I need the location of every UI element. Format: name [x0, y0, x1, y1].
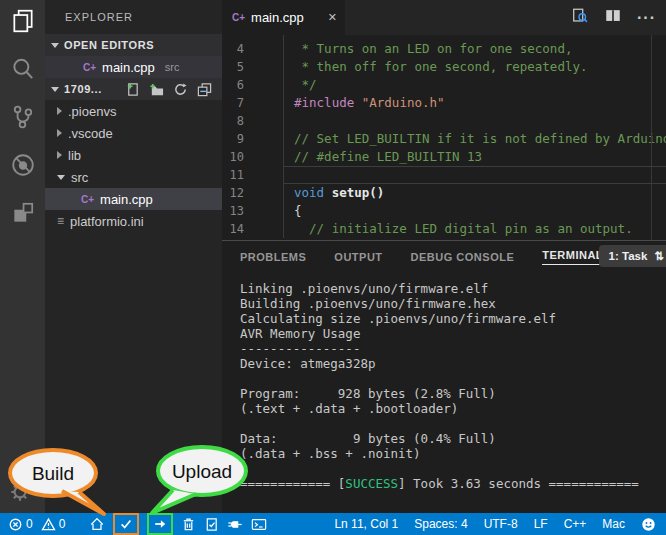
line-number[interactable]: 10: [222, 148, 244, 166]
terminal-line: [240, 416, 666, 431]
code-text: // #define LED_BUILTIN 13: [283, 148, 666, 166]
panel-tab-terminal[interactable]: TERMINAL: [542, 249, 603, 265]
search-icon[interactable]: [10, 56, 36, 82]
terminal-output[interactable]: Linking .pioenvs/uno/firmware.elfBuildin…: [222, 273, 666, 491]
source-control-icon[interactable]: [10, 104, 36, 130]
tree-item-src[interactable]: src: [45, 166, 222, 188]
code-line[interactable]: 9// Set LED_BUILTIN if it is not defined…: [222, 130, 666, 148]
code-line[interactable]: 12void setup(): [222, 184, 666, 202]
tree-item-vscode[interactable]: .vscode: [45, 122, 222, 144]
panel-tab-output[interactable]: OUTPUT: [334, 251, 382, 263]
code-text: // Set LED_BUILTIN if it is not defined …: [283, 130, 666, 148]
line-number[interactable]: 5: [222, 58, 244, 76]
panel-tabs: PROBLEMSOUTPUTDEBUG CONSOLETERMINAL: [240, 249, 603, 265]
terminal-line: Calculating size .pioenvs/uno/firmware.e…: [240, 311, 666, 326]
line-number[interactable]: 11: [222, 166, 244, 184]
code-line[interactable]: 7#include "Arduino.h": [222, 94, 666, 112]
extensions-icon[interactable]: [10, 200, 36, 226]
split-editor-icon[interactable]: [604, 7, 622, 29]
code-line[interactable]: 13{: [222, 202, 666, 220]
code-text: [283, 112, 666, 130]
chevron-expanded-icon: [51, 43, 59, 48]
status-right-items: Ln 11, Col 1Spaces: 4UTF-8LFC++Mac: [334, 517, 625, 531]
task-dropdown[interactable]: 1: Task ⇅: [599, 245, 666, 267]
folder-section-header[interactable]: 1709...: [45, 78, 222, 100]
more-actions-icon[interactable]: ···: [637, 13, 656, 23]
line-number[interactable]: 9: [222, 130, 244, 148]
line-number[interactable]: 13: [222, 202, 244, 220]
status-item-mac[interactable]: Mac: [602, 517, 625, 531]
code-text: #include "Arduino.h": [283, 94, 666, 112]
code-line[interactable]: 6 */: [222, 76, 666, 94]
line-number[interactable]: 14: [222, 220, 244, 238]
line-number[interactable]: 7: [222, 94, 244, 112]
chevron-collapsed-icon: [57, 107, 62, 115]
code-text: void setup(): [283, 184, 666, 202]
code-line[interactable]: 8: [222, 112, 666, 130]
line-number[interactable]: 6: [222, 76, 244, 94]
open-editor-item-main-cpp[interactable]: C+ main.cpp src: [45, 56, 222, 78]
cpp-file-icon: C+: [232, 12, 245, 23]
code-line[interactable]: 10// #define LED_BUILTIN 13: [222, 148, 666, 166]
open-editor-detail: src: [165, 61, 180, 73]
status-item-spaces-4[interactable]: Spaces: 4: [414, 517, 467, 531]
line-number[interactable]: 12: [222, 184, 244, 202]
feedback-smiley-icon[interactable]: [641, 517, 656, 532]
editor-group: C+ main.cpp ✕ ··· 3 *4 * Turns on an LED…: [222, 0, 666, 513]
cpp-file-icon: C+: [81, 194, 94, 205]
terminal-line: ============ [SUCCESS] Took 3.63 seconds…: [240, 476, 666, 491]
code-line[interactable]: 14 // initialize LED digital pin as an o…: [222, 220, 666, 238]
line-number[interactable]: 8: [222, 112, 244, 130]
tab-close-icon[interactable]: ✕: [328, 11, 337, 24]
collapse-all-icon[interactable]: [197, 82, 212, 97]
folder-name: 1709...: [64, 83, 102, 95]
file-tree: .pioenvs.vscodelibsrcC+main.cpp≡platform…: [45, 100, 222, 232]
panel-tab-problems[interactable]: PROBLEMS: [240, 251, 306, 263]
code-line[interactable]: 5 * then off for one second, repeatedly.: [222, 58, 666, 76]
debug-icon[interactable]: [10, 152, 36, 178]
explorer-icon[interactable]: [10, 8, 36, 34]
new-folder-icon[interactable]: [149, 82, 164, 97]
refresh-icon[interactable]: [173, 82, 188, 97]
tree-item-platformioini[interactable]: ≡platformio.ini: [45, 210, 222, 232]
vscode-window: EXPLORER OPEN EDITORS C+ main.cpp src 17…: [0, 0, 666, 535]
panel-tab-bar: PROBLEMSOUTPUTDEBUG CONSOLETERMINAL 1: T…: [222, 241, 666, 273]
tree-item-label: main.cpp: [100, 192, 153, 207]
explorer-sidebar: EXPLORER OPEN EDITORS C+ main.cpp src 17…: [45, 0, 222, 513]
terminal-line: (.data + .bss + .noinit): [240, 446, 666, 461]
code-lines: 3 *4 * Turns on an LED on for one second…: [222, 35, 666, 238]
open-preview-icon[interactable]: [571, 7, 589, 29]
status-item-utf-8[interactable]: UTF-8: [484, 517, 518, 531]
terminal-line: Linking .pioenvs/uno/firmware.elf: [240, 281, 666, 296]
terminal-line: ----------------: [240, 341, 666, 356]
editor-scrollbar-edge[interactable]: [651, 35, 652, 240]
status-item-lf[interactable]: LF: [534, 517, 548, 531]
tab-main-cpp[interactable]: C+ main.cpp ✕: [222, 0, 345, 35]
code-line[interactable]: 4 * Turns on an LED on for one second,: [222, 40, 666, 58]
build-button[interactable]: [113, 513, 139, 535]
open-editors-header[interactable]: OPEN EDITORS: [45, 34, 222, 56]
panel-tab-debug-console[interactable]: DEBUG CONSOLE: [411, 251, 515, 263]
new-file-icon[interactable]: [125, 82, 140, 97]
code-editor[interactable]: 3 *4 * Turns on an LED on for one second…: [222, 35, 666, 240]
chevron-expanded-icon: [51, 87, 59, 92]
code-line[interactable]: 11: [222, 166, 666, 184]
status-item-ln-11-col-1[interactable]: Ln 11, Col 1: [334, 517, 398, 531]
tree-item-label: .pioenvs: [68, 104, 116, 119]
tab-bar: C+ main.cpp ✕ ···: [222, 0, 666, 35]
code-text: */: [283, 76, 666, 94]
chevron-collapsed-icon: [57, 129, 62, 137]
line-number[interactable]: 4: [222, 40, 244, 58]
upload-callout-label: Upload: [172, 461, 232, 482]
tree-item-pioenvs[interactable]: .pioenvs: [45, 100, 222, 122]
terminal-line: Building .pioenvs/uno/firmware.hex: [240, 296, 666, 311]
tab-label: main.cpp: [251, 10, 304, 25]
build-callout: Build: [4, 447, 110, 521]
tree-item-lib[interactable]: lib: [45, 144, 222, 166]
tree-item-maincpp[interactable]: C+main.cpp: [45, 188, 222, 210]
status-item-c-[interactable]: C++: [564, 517, 587, 531]
folder-actions: [125, 82, 222, 97]
ini-file-icon: ≡: [57, 216, 64, 226]
terminal-line: Device: atmega328p: [240, 356, 666, 371]
status-bar-right: Ln 11, Col 1Spaces: 4UTF-8LFC++Mac: [334, 517, 658, 532]
